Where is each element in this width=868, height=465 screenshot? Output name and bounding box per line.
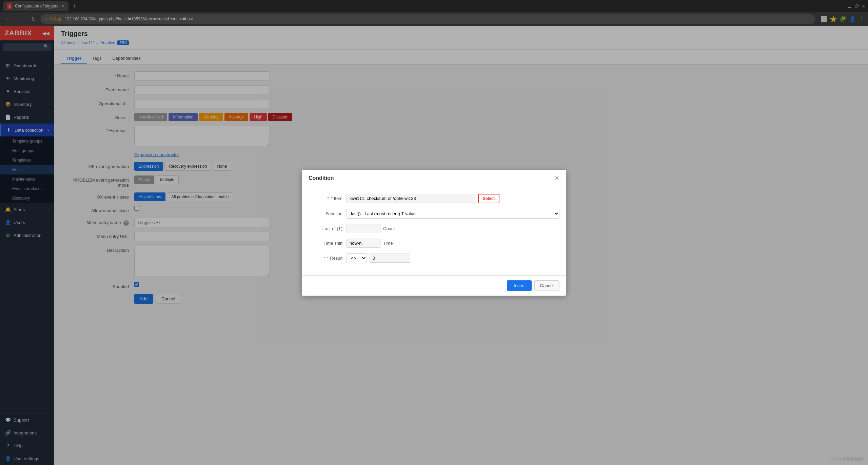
modal-result-operator[interactable]: <> = < > <= >=	[347, 253, 367, 263]
count-label: Count	[383, 226, 395, 231]
modal-insert-button[interactable]: Insert	[507, 280, 532, 291]
modal-function-field: last() - Last (most recent) T value avg(…	[347, 209, 559, 219]
modal-item-label: * * Item	[309, 196, 342, 201]
modal-title: Condition	[309, 175, 334, 181]
condition-modal: Condition ✕ * * Item Select Function las…	[302, 170, 566, 296]
modal-last-of-t-input[interactable]	[347, 224, 380, 233]
modal-result-row: * * Result <> = < > <= >=	[309, 253, 559, 263]
modal-time-shift-input[interactable]	[347, 239, 380, 248]
modal-result-label: * * Result	[309, 256, 342, 261]
modal-last-of-t-row: Last of (T) Count	[309, 224, 559, 233]
modal-item-field: Select	[347, 194, 559, 203]
modal-last-of-t-label: Last of (T)	[309, 226, 342, 231]
modal-footer: Insert Cancel	[302, 275, 566, 296]
modal-time-shift-row: Time shift Time	[309, 239, 559, 248]
modal-overlay[interactable]: Condition ✕ * * Item Select Function las…	[0, 0, 868, 465]
modal-function-select[interactable]: last() - Last (most recent) T value avg(…	[347, 209, 559, 219]
time-label: Time	[383, 241, 393, 246]
modal-result-field: <> = < > <= >=	[347, 253, 559, 263]
modal-item-row: * * Item Select	[309, 194, 559, 203]
modal-item-input[interactable]	[347, 194, 475, 203]
modal-time-shift-field: Time	[347, 239, 559, 248]
modal-result-value[interactable]	[370, 254, 410, 263]
modal-time-shift-label: Time shift	[309, 241, 342, 246]
modal-select-button[interactable]: Select	[478, 194, 499, 203]
modal-cancel-button[interactable]: Cancel	[534, 280, 559, 291]
modal-last-of-t-field: Count	[347, 224, 559, 233]
modal-header: Condition ✕	[302, 170, 566, 187]
modal-function-label: Function	[309, 211, 342, 216]
modal-body: * * Item Select Function last() - Last (…	[302, 187, 566, 275]
modal-function-row: Function last() - Last (most recent) T v…	[309, 209, 559, 219]
modal-close-button[interactable]: ✕	[554, 174, 559, 182]
